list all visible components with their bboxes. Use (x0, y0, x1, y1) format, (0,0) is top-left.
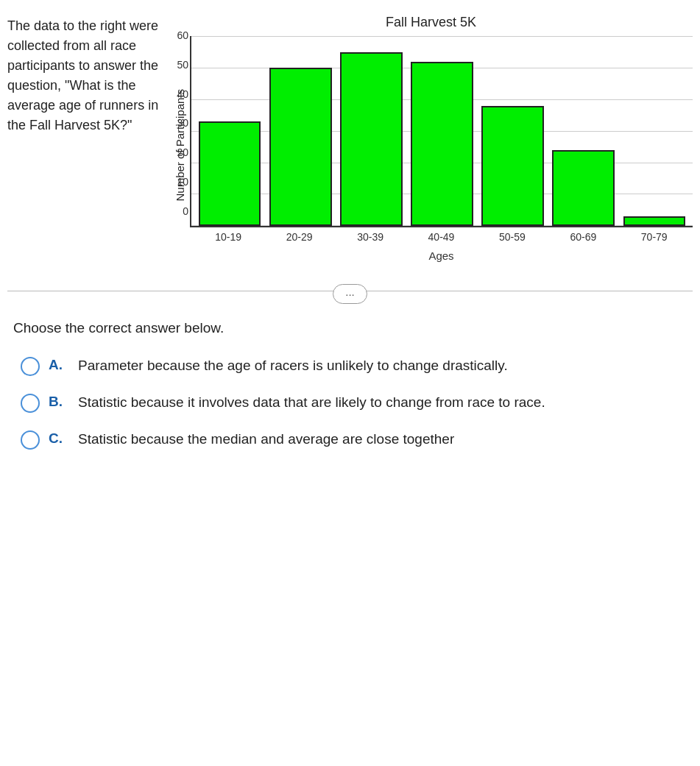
chart-title: Fall Harvest 5K (386, 13, 476, 32)
question-section: Choose the correct answer below. A.Param… (0, 311, 700, 480)
y-axis-label-container: Number of Participants (169, 36, 190, 263)
left-description: The data to the right were collected fro… (7, 13, 162, 263)
answer-option: B.Statistic because it involves data tha… (13, 392, 687, 413)
bar (199, 121, 261, 226)
bar-group (548, 36, 619, 226)
choose-text: Choose the correct answer below. (13, 319, 687, 338)
x-axis-label: 20-29 (264, 230, 334, 245)
bar-group (619, 36, 690, 226)
y-axis-label: Number of Participants (172, 98, 188, 201)
bar-group (478, 36, 548, 226)
chart-plot: 6050403020100 (190, 36, 693, 227)
bar (411, 62, 473, 227)
answers-container: A.Parameter because the age of racers is… (13, 355, 687, 450)
bar (481, 106, 544, 226)
bar-group (406, 36, 477, 226)
chart-container: Fall Harvest 5K Number of Participants 6… (169, 13, 693, 263)
radio-button-c[interactable] (21, 430, 40, 450)
x-axis-label: 10-19 (193, 230, 264, 245)
radio-button-b[interactable] (21, 394, 40, 413)
bars-row (191, 36, 693, 226)
chart-inner: 6050403020100 10-1920-2930-3940-4950-596… (190, 36, 693, 263)
x-axis-label: 70-79 (619, 230, 690, 245)
answer-text: Statistic because the median and average… (78, 429, 454, 450)
answer-text: Statistic because it involves data that … (78, 392, 545, 413)
x-axis-label: 60-69 (548, 230, 618, 245)
bar-group (336, 36, 406, 226)
bar-group (194, 36, 265, 226)
x-axis-label: 40-49 (406, 230, 476, 245)
answer-option: A.Parameter because the age of racers is… (13, 355, 687, 376)
expand-button[interactable]: ··· (333, 284, 367, 304)
chart-area: Number of Participants 6050403020100 10-… (169, 36, 693, 263)
radio-button-a[interactable] (21, 357, 40, 376)
bar (623, 216, 686, 226)
answer-option: C.Statistic because the median and avera… (13, 429, 687, 450)
answer-text: Parameter because the age of racers is u… (78, 355, 508, 376)
bar-group (265, 36, 336, 226)
x-axis-label: 50-59 (477, 230, 548, 245)
x-axis-labels: 10-1920-2930-3940-4950-5960-6970-79 (190, 230, 693, 245)
answer-letter: C. (49, 429, 69, 449)
bar (269, 68, 332, 226)
x-axis-title: Ages (190, 248, 693, 263)
answer-letter: A. (49, 355, 69, 375)
bar (340, 52, 403, 227)
x-axis-label: 30-39 (335, 230, 406, 245)
bar (552, 150, 615, 226)
top-section: The data to the right were collected fro… (0, 0, 700, 271)
answer-letter: B. (49, 392, 69, 412)
divider-row: ··· (0, 271, 700, 311)
